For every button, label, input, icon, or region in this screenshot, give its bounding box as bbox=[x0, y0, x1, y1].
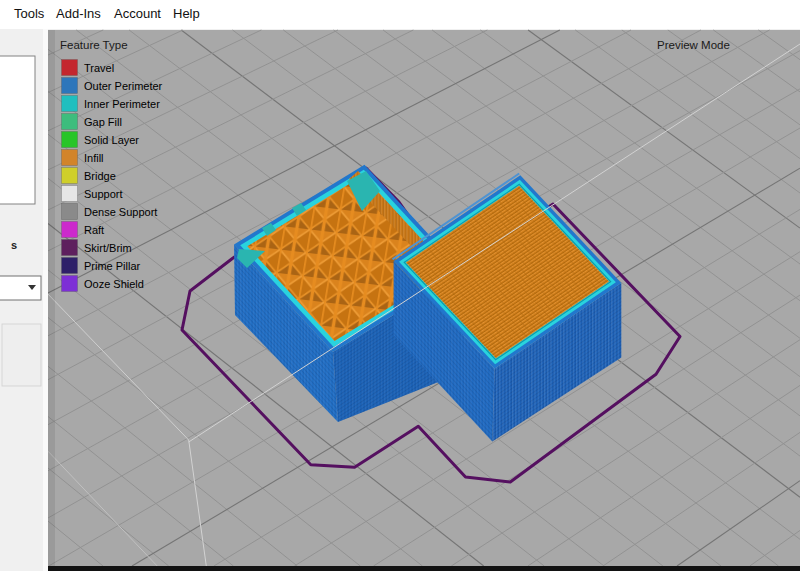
svg-text:Account: Account bbox=[114, 6, 161, 21]
svg-text:Ooze Shield: Ooze Shield bbox=[84, 278, 144, 290]
svg-text:Raft: Raft bbox=[84, 224, 104, 236]
svg-text:Infill: Infill bbox=[84, 152, 104, 164]
svg-text:Add-Ins: Add-Ins bbox=[56, 6, 101, 21]
svg-text:Gap Fill: Gap Fill bbox=[84, 116, 122, 128]
svg-text:Tools: Tools bbox=[14, 6, 45, 21]
svg-text:Solid Layer: Solid Layer bbox=[84, 134, 139, 146]
svg-text:Inner Perimeter: Inner Perimeter bbox=[84, 98, 160, 110]
svg-text:s: s bbox=[11, 239, 17, 251]
svg-text:Outer Perimeter: Outer Perimeter bbox=[84, 80, 163, 92]
svg-text:Preview Mode: Preview Mode bbox=[657, 39, 730, 51]
svg-text:Skirt/Brim: Skirt/Brim bbox=[84, 242, 132, 254]
svg-text:Travel: Travel bbox=[84, 62, 114, 74]
svg-text:Bridge: Bridge bbox=[84, 170, 116, 182]
svg-text:Prime Pillar: Prime Pillar bbox=[84, 260, 141, 272]
svg-text:Help: Help bbox=[173, 6, 200, 21]
svg-text:Feature Type: Feature Type bbox=[60, 39, 128, 51]
svg-text:Dense Support: Dense Support bbox=[84, 206, 157, 218]
svg-text:Support: Support bbox=[84, 188, 123, 200]
